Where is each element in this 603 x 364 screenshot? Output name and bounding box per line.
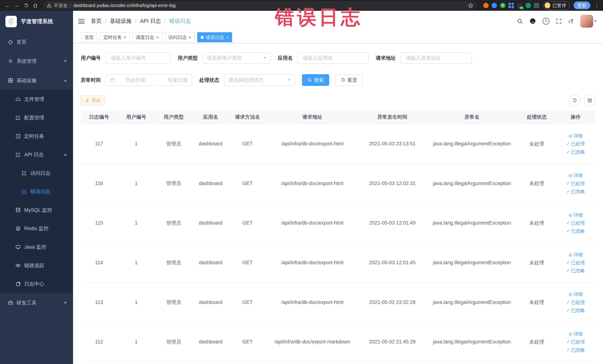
processed-link[interactable]: ✓已处理 <box>566 339 585 345</box>
detail-link[interactable]: ◎详细 <box>568 252 583 258</box>
refresh-icon <box>572 98 577 103</box>
breadcrumb: 首页 / 基础设施 / API 日志 / 错误日志 <box>91 17 191 25</box>
app-name-input[interactable] <box>302 55 364 61</box>
detail-link[interactable]: ◎详细 <box>568 291 583 297</box>
breadcrumb-item[interactable]: 首页 <box>91 17 102 25</box>
browser-update-button[interactable]: 更新 <box>574 1 590 9</box>
column-settings-button[interactable] <box>584 94 595 106</box>
search-button[interactable]: 搜索 <box>302 74 329 86</box>
github-icon[interactable] <box>529 18 536 24</box>
user-type-select[interactable]: 请选择用户类型 <box>202 52 271 64</box>
extension-icon[interactable] <box>492 3 497 8</box>
tab-home[interactable]: 首页 <box>81 32 97 42</box>
reload-icon[interactable] <box>22 1 30 9</box>
filter-exception-time: 异常时间 开始日期 - 结束日期 <box>81 74 192 86</box>
fullscreen-icon[interactable] <box>556 18 562 24</box>
user-id-input[interactable] <box>110 55 166 61</box>
sidebar-item-mysql-monitor[interactable]: MySQL 监控 <box>0 201 73 219</box>
extension-icon[interactable] <box>483 3 489 8</box>
profile-avatar-icon <box>545 2 550 8</box>
home-icon[interactable] <box>32 1 39 9</box>
toolbox-icon <box>8 300 13 305</box>
help-icon[interactable]: ? <box>543 18 549 25</box>
check-icon: ✓ <box>566 189 570 194</box>
forward-icon[interactable]: → <box>13 1 21 9</box>
ignored-link[interactable]: ✓已忽略 <box>566 307 585 313</box>
font-size-icon[interactable]: TT <box>568 18 574 25</box>
check-icon: ✓ <box>566 308 570 313</box>
tab-scheduled-tasks[interactable]: 定时任务× <box>100 32 129 42</box>
sidebar-item-home[interactable]: 首页 <box>0 32 73 52</box>
extension-icon[interactable] <box>534 3 539 8</box>
tab-error-log[interactable]: 错误日志× <box>197 32 232 42</box>
browser-menu-icon[interactable]: ⋮ <box>594 2 599 8</box>
reset-button[interactable]: 重置 <box>335 74 363 86</box>
ignored-link[interactable]: ✓已忽略 <box>566 228 585 234</box>
row-actions: ◎详细 ✓已处理 ✓已忽略 <box>556 212 595 234</box>
processed-link[interactable]: ✓已处理 <box>566 299 585 305</box>
close-icon[interactable]: × <box>124 35 126 39</box>
tags-view-bar: 首页 定时任务× 调度日志× 访问日志× 错误日志× <box>73 32 603 43</box>
close-icon[interactable]: × <box>226 35 229 39</box>
download-icon <box>85 98 90 103</box>
hamburger-icon[interactable] <box>78 19 84 23</box>
address-bar[interactable]: 不安全 | dashboard.yudao.iocoder.cn/infra/l… <box>43 1 477 10</box>
refresh-table-button[interactable] <box>569 94 580 106</box>
extension-grid-icon[interactable] <box>509 3 514 8</box>
processed-link[interactable]: ✓已处理 <box>566 141 585 147</box>
sidebar-logo[interactable]: 芋道管理系统 <box>0 11 73 32</box>
detail-link[interactable]: ◎详细 <box>568 331 583 337</box>
breadcrumb-item[interactable]: 基础设施 <box>110 17 131 25</box>
detail-link[interactable]: ◎详细 <box>568 212 583 218</box>
doc-edit-icon <box>15 152 21 157</box>
sidebar-item-config-management[interactable]: 配置管理 <box>0 108 73 127</box>
filter-user-id: 用户编号 <box>81 52 171 64</box>
sidebar-item-redis-monitor[interactable]: Redis 监控 <box>0 219 73 238</box>
tab-access-log[interactable]: 访问日志× <box>165 32 195 42</box>
extension-icon[interactable] <box>525 3 531 8</box>
sidebar-item-java-monitor[interactable]: Java 监控 <box>0 238 73 256</box>
eye-icon: ◎ <box>568 292 572 297</box>
tab-schedule-log[interactable]: 调度日志× <box>132 32 162 42</box>
check-icon: ✓ <box>566 150 570 154</box>
ignored-link[interactable]: ✓已忽略 <box>566 268 585 274</box>
sidebar-item-trace[interactable]: 链路追踪 <box>0 256 73 275</box>
table-toolbar: 导出 <box>81 94 595 106</box>
back-icon[interactable]: ← <box>4 1 12 9</box>
sidebar-item-dev-tools[interactable]: 研发工具 <box>0 293 73 312</box>
search-icon[interactable] <box>517 18 523 24</box>
chevron-down-icon <box>288 79 290 81</box>
breadcrumb-item[interactable]: API 日志 <box>140 17 161 25</box>
sidebar-item-scheduled-tasks[interactable]: 定时任务 <box>0 127 73 146</box>
sidebar-item-access-log[interactable]: 访问日志 <box>0 164 73 182</box>
date-range-picker[interactable]: 开始日期 - 结束日期 <box>105 74 192 86</box>
sidebar-item-error-log[interactable]: 错误日志 <box>0 182 73 201</box>
close-icon[interactable]: × <box>189 35 191 39</box>
user-menu[interactable] <box>580 15 597 28</box>
detail-link[interactable]: ◎详细 <box>568 133 583 139</box>
sidebar-item-log-center[interactable]: 日志中心 <box>0 275 73 293</box>
sidebar-item-system-management[interactable]: 系统管理 <box>0 52 73 71</box>
processed-link[interactable]: ✓已处理 <box>566 180 585 187</box>
filter-process-status: 处理状态 请选择处理状态 <box>199 74 295 86</box>
processed-link[interactable]: ✓已处理 <box>566 260 585 266</box>
bookmark-star-icon[interactable] <box>468 3 473 8</box>
request-url-input[interactable] <box>405 55 467 61</box>
processed-link[interactable]: ✓已处理 <box>566 220 585 226</box>
sidebar-item-infrastructure[interactable]: 基础设施 <box>0 71 73 90</box>
eye-icon <box>15 263 21 268</box>
close-icon[interactable]: × <box>156 35 159 39</box>
extension-on-icon[interactable]: on <box>517 3 522 8</box>
url-divider: | <box>70 3 71 8</box>
ignored-link[interactable]: ✓已忽略 <box>566 188 585 195</box>
logo-rabbit-icon <box>5 16 17 27</box>
profile-chip[interactable]: 已暂停 <box>543 1 570 10</box>
sidebar-item-api-log[interactable]: API 日志 <box>0 145 73 164</box>
ignored-link[interactable]: ✓已忽略 <box>566 347 585 353</box>
detail-link[interactable]: ◎详细 <box>568 172 583 178</box>
ignored-link[interactable]: ✓已忽略 <box>566 149 585 155</box>
vue-devtools-icon[interactable]: V <box>500 3 506 8</box>
sidebar-item-file-management[interactable]: 文件管理 <box>0 90 73 109</box>
export-button[interactable]: 导出 <box>81 95 105 105</box>
process-status-select[interactable]: 请选择处理状态 <box>224 74 295 86</box>
